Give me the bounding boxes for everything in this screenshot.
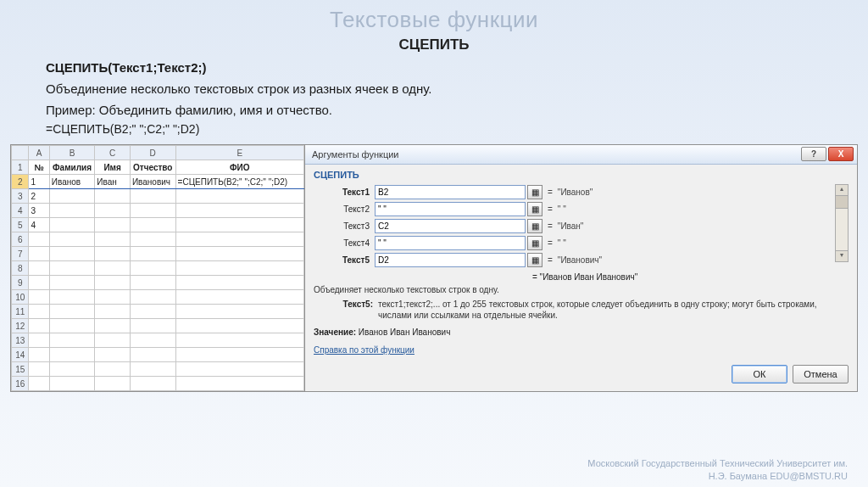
range-picker-icon[interactable]: ▦ [527,185,542,199]
cell[interactable]: 3 [29,204,49,218]
arg-result: "Иван" [558,221,584,231]
ok-button[interactable]: ОК [732,365,787,383]
row-header[interactable]: 13 [12,333,29,348]
row-header[interactable]: 4 [12,204,29,218]
arg-label: Текст2 [314,204,375,214]
scroll-up-icon[interactable]: ▴ [836,185,848,196]
value-result: Иванов Иван Иванович [359,327,451,337]
arg-result: " " [558,204,566,214]
arg-input-3[interactable] [375,219,526,233]
cell[interactable]: Отчество [130,160,175,175]
dialog-title: Аргументы функции [312,149,399,160]
cell[interactable]: =СЦЕПИТЬ(B2;" ";C2;" ";D2) [175,175,303,189]
close-icon[interactable]: X [828,147,854,161]
col-header-e[interactable]: E [175,146,303,160]
range-picker-icon[interactable]: ▦ [527,253,542,267]
row-header[interactable]: 12 [12,319,29,333]
range-picker-icon[interactable]: ▦ [527,236,542,250]
detail-key: Текст5: [314,299,378,321]
row-header[interactable]: 3 [12,189,29,204]
row-header[interactable]: 9 [12,276,29,290]
arg-label: Текст5 [314,255,375,265]
row-header[interactable]: 6 [12,232,29,247]
row-header[interactable]: 10 [12,290,29,305]
function-name: СЦЕПИТЬ [314,170,849,180]
cell[interactable]: Иванов [49,175,95,189]
arg-label: Текст4 [314,238,375,248]
help-link[interactable]: Справка по этой функции [314,345,415,355]
col-header-d[interactable]: D [130,146,175,160]
arg-result: "Иванов" [558,188,593,197]
scroll-down-icon[interactable]: ▾ [836,250,848,261]
row-header[interactable]: 2 [12,175,29,189]
row-header[interactable]: 5 [12,218,29,232]
arg-input-5[interactable] [375,253,526,267]
cancel-button[interactable]: Отмена [793,365,849,383]
footer-line-1: Московский Государственный Технический У… [587,457,848,469]
cell[interactable]: 2 [29,189,49,204]
footer: Московский Государственный Технический У… [587,457,848,482]
arg-input-4[interactable] [375,236,526,250]
cell[interactable]: 4 [29,218,49,232]
scroll-thumb[interactable] [836,196,848,209]
row-header[interactable]: 1 [12,160,29,175]
syntax-line: СЦЕПИТЬ(Текст1;Текст2;) [46,60,822,75]
row-header[interactable]: 7 [12,247,29,261]
value-label: Значение: [314,327,356,337]
cell[interactable]: Иван [95,175,131,189]
cell[interactable]: № [29,160,49,175]
combined-result: = "Иванов Иван Иванович" [532,272,849,282]
cell[interactable]: 1 [29,175,49,189]
function-hint: Объединяет несколько текстовых строк в о… [314,285,849,294]
help-icon[interactable]: ? [801,147,826,161]
arg-result: "Иванович" [558,255,602,265]
row-header[interactable]: 16 [12,377,29,391]
cell[interactable]: Фамилия [49,160,95,175]
corner-cell[interactable] [12,146,29,160]
footer-line-2: Н.Э. Баумана EDU@BMSTU.RU [587,470,848,482]
description: Объединение несколько текстовых строк из… [46,81,822,96]
row-header[interactable]: 14 [12,348,29,362]
cell[interactable]: Иванович [130,175,175,189]
dialog-titlebar[interactable]: Аргументы функции ? X [305,145,857,165]
arg-label: Текст3 [314,221,375,231]
detail-text: текст1;текст2;... от 1 до 255 текстовых … [378,299,849,321]
col-header-a[interactable]: A [29,146,49,160]
row-header[interactable]: 11 [12,305,29,319]
function-arguments-dialog: Аргументы функции ? X СЦЕПИТЬ Текст1▦="И… [304,145,857,391]
cell[interactable]: Имя [95,160,131,175]
row-header[interactable]: 8 [12,261,29,276]
arg-result: " " [558,238,566,248]
formula-line: =СЦЕПИТЬ(B2;" ";C2;" ";D2) [46,122,822,136]
cell[interactable]: ФИО [175,160,303,175]
slide-title: Текстовые функции [0,0,868,33]
range-picker-icon[interactable]: ▦ [527,219,542,233]
arg-input-2[interactable] [375,202,526,216]
range-picker-icon[interactable]: ▦ [527,202,542,216]
col-header-b[interactable]: B [49,146,95,160]
args-scrollbar[interactable]: ▴▾ [835,184,849,262]
arg-input-1[interactable] [375,185,526,199]
slide-subtitle: СЦЕПИТЬ [0,36,868,53]
row-header[interactable]: 15 [12,362,29,377]
example-line: Пример: Объединить фамилию, имя и отчест… [46,103,822,117]
arg-label: Текст1 [314,188,375,197]
spreadsheet: A B C D E 1 № Фамилия Имя Отчество ФИО 2… [11,145,304,391]
col-header-c[interactable]: C [95,146,131,160]
